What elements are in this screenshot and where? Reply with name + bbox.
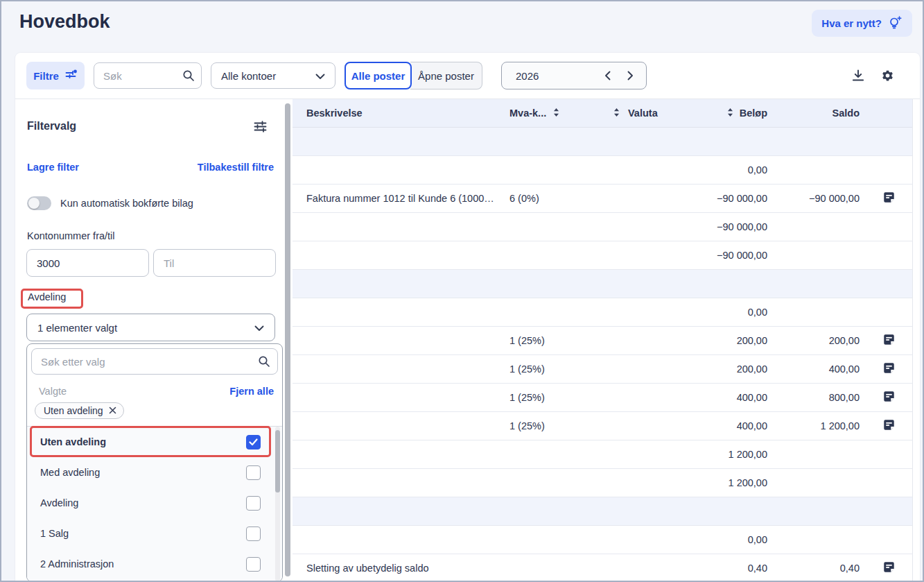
table-row[interactable]: 1 (25%)400,00800,00 <box>293 384 912 412</box>
col-description[interactable]: Beskrivelse <box>293 108 509 119</box>
selected-chip[interactable]: Uten avdeling <box>35 402 124 419</box>
col-currency-label: Valuta <box>628 108 658 119</box>
filter-panel-title: Filtervalg <box>27 120 76 132</box>
whats-new-button[interactable]: Hva er nytt? <box>812 10 912 37</box>
chevron-down-icon <box>315 70 325 82</box>
note-icon[interactable] <box>883 191 895 205</box>
gear-icon[interactable] <box>880 69 895 83</box>
year-value: 2026 <box>516 70 604 82</box>
sort-icon[interactable] <box>553 108 559 119</box>
department-select-value: 1 elementer valgt <box>37 322 117 334</box>
cell-amount: −90 000,00 <box>694 250 773 261</box>
note-icon[interactable] <box>883 391 895 404</box>
checkbox-icon[interactable] <box>246 435 261 450</box>
department-select[interactable]: 1 elementer valgt <box>26 314 275 341</box>
table-scroll-gutter <box>913 99 920 581</box>
cell-amount: 400,00 <box>694 392 773 403</box>
note-icon[interactable] <box>883 561 895 575</box>
option-label: Uten avdeling <box>40 436 106 447</box>
filters-button[interactable]: Filtre <box>26 62 85 89</box>
option-med-avdeling[interactable]: Med avdeling <box>27 457 282 488</box>
option-search-input[interactable] <box>31 348 278 375</box>
col-amount[interactable]: Beløp <box>694 108 773 119</box>
col-vat[interactable]: Mva-k... <box>509 108 613 119</box>
option-avdeling[interactable]: Avdeling <box>27 488 282 518</box>
option-2-administrasjon[interactable]: 2 Administrasjon <box>27 549 282 579</box>
selected-label: Valgte <box>39 386 67 397</box>
options-scrollbar[interactable] <box>275 430 280 493</box>
account-from-input[interactable] <box>26 249 149 277</box>
option-uten-avdeling[interactable]: Uten avdeling <box>27 427 282 457</box>
table-row[interactable]: Faktura nummer 1012 til Kunde 6 (1000…6 … <box>293 185 912 213</box>
col-balance[interactable]: Saldo <box>773 108 865 119</box>
content-card: Filtre Alle kontoer Alle poster Åpn <box>15 53 920 581</box>
clear-all-link[interactable]: Fjern alle <box>229 386 274 397</box>
group-row <box>293 497 912 526</box>
cell-vat: 1 (25%) <box>509 420 613 431</box>
cell-amount: 0,40 <box>694 563 773 574</box>
col-currency[interactable]: Valuta <box>613 108 694 119</box>
year-selector: 2026 <box>501 62 647 89</box>
table-row[interactable]: Sletting av ubetydelig saldo0,400,40 <box>293 554 912 582</box>
year-next-button[interactable] <box>627 71 634 80</box>
table-row: −90 000,00 <box>293 213 912 241</box>
table-row: 1 200,00 <box>293 440 912 469</box>
search-icon <box>182 69 195 85</box>
note-icon[interactable] <box>883 334 895 348</box>
table-body: 0,00Faktura nummer 1012 til Kunde 6 (100… <box>293 128 912 582</box>
col-vat-label: Mva-k... <box>509 108 546 119</box>
checkbox-icon[interactable] <box>246 496 261 511</box>
account-to-input[interactable] <box>153 249 276 277</box>
department-label: Avdeling <box>28 291 66 302</box>
ledger-table: Beskrivelse Mva-k... Valuta Beløp <box>293 99 913 581</box>
cell-note <box>865 362 912 376</box>
sort-icon[interactable] <box>727 108 733 119</box>
cell-description: Sletting av ubetydelig saldo <box>293 563 509 574</box>
cell-amount: −90 000,00 <box>694 193 773 204</box>
checkbox-icon[interactable] <box>246 527 261 541</box>
toolbar: Filtre Alle kontoer Alle poster Åpn <box>15 53 920 99</box>
table-row[interactable]: 1 (25%)200,00200,00 <box>293 327 912 355</box>
accounts-dropdown[interactable]: Alle kontoer <box>211 62 335 89</box>
filter-sliders-icon <box>64 68 78 83</box>
all-posts-tab[interactable]: Alle poster <box>345 62 412 89</box>
x-icon[interactable] <box>109 405 116 416</box>
cell-amount: 200,00 <box>694 363 773 375</box>
option-search-wrap <box>31 348 278 375</box>
auto-posted-toggle-label: Kun automatisk bokførte bilag <box>60 198 193 209</box>
toolbar-icons <box>851 69 895 83</box>
cell-note <box>865 191 912 205</box>
table-row[interactable]: 1 (25%)200,00400,00 <box>293 355 912 384</box>
table-row: −90 000,00 <box>293 241 912 270</box>
sliders-icon[interactable] <box>253 119 268 137</box>
cell-balance: 800,00 <box>773 392 865 403</box>
auto-posted-toggle[interactable] <box>27 196 51 210</box>
year-prev-button[interactable] <box>604 71 611 80</box>
page-title: Hovedbok <box>19 11 110 33</box>
checkbox-icon[interactable] <box>246 465 261 480</box>
posts-segmented-control: Alle poster Åpne poster <box>345 62 482 89</box>
option-1-salg[interactable]: 1 Salg <box>27 518 282 549</box>
filters-button-label: Filtre <box>33 70 59 82</box>
save-filter-link[interactable]: Lagre filter <box>27 162 79 173</box>
download-icon[interactable] <box>851 69 865 83</box>
option-label: Avdeling <box>40 497 78 508</box>
sidebar-scrollbar[interactable] <box>285 103 290 576</box>
note-icon[interactable] <box>883 419 895 433</box>
cell-amount: 200,00 <box>694 335 773 346</box>
search-field-wrap <box>94 62 202 89</box>
filter-panel: Filtervalg Lagre filter Tilbakestill fil… <box>15 99 283 581</box>
whats-new-label: Hva er nytt? <box>821 17 882 29</box>
open-posts-tab[interactable]: Åpne poster <box>410 62 482 89</box>
checkbox-icon[interactable] <box>246 557 261 572</box>
table-row[interactable]: 1 (25%)400,001 200,00 <box>293 412 912 440</box>
sort-icon[interactable] <box>613 108 620 119</box>
reset-filters-link[interactable]: Tilbakestill filtre <box>198 162 274 173</box>
option-label: 1 Salg <box>40 528 69 539</box>
cell-note <box>865 391 912 404</box>
note-icon[interactable] <box>883 362 895 376</box>
cell-amount: 0,00 <box>694 534 773 545</box>
chip-label: Uten avdeling <box>44 405 103 416</box>
app-window: Hovedbok Hva er nytt? Filtre Alle kon <box>0 0 924 582</box>
cell-balance: 200,00 <box>773 335 865 346</box>
